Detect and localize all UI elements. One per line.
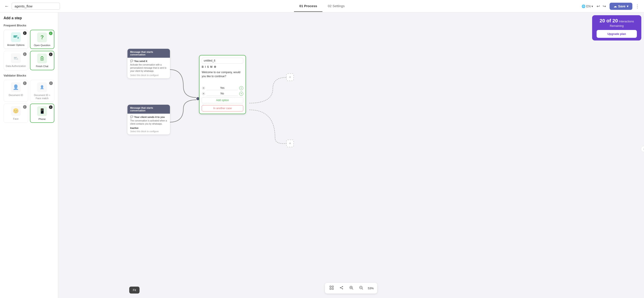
plus-node-bottom-right[interactable]: + (286, 140, 294, 147)
info-icon: i (23, 81, 26, 85)
fit-button[interactable]: Fit (129, 286, 140, 293)
svg-rect-15 (332, 288, 334, 289)
validator-blocks-label: Validator Blocks (4, 74, 54, 77)
open-question-icon: ? (37, 33, 47, 42)
svg-line-19 (341, 287, 342, 287)
face-label: Face (13, 117, 18, 120)
chevron-down-icon: ▾ (592, 5, 593, 8)
svg-point-16 (342, 286, 343, 287)
info-icon: i (49, 53, 52, 56)
phone-label: Phone (38, 117, 46, 121)
svg-point-9 (41, 58, 43, 60)
send-label: 💬 You send it (130, 60, 167, 62)
oq-content-text: Welcome to our company, would you like t… (202, 70, 243, 84)
svg-line-20 (341, 288, 342, 288)
cloud-icon: ☁ (614, 5, 617, 8)
block-open-question[interactable]: i ? Open Question (30, 30, 54, 49)
more-options-button[interactable]: ⋮ (635, 4, 640, 9)
frequent-blocks-label: Frequent Blocks (4, 24, 54, 27)
start-message-top-node[interactable]: Message that starts conversation 💬 You s… (128, 49, 170, 78)
block-document-id-face[interactable]: i 👤 Document ID + Face match (30, 80, 54, 102)
save-button[interactable]: ☁ Save ▾ (610, 3, 632, 10)
add-option-button[interactable]: Add option (202, 97, 243, 103)
plus-node-top-right[interactable]: + (286, 73, 294, 81)
share-button[interactable] (336, 284, 346, 293)
remove-no-button[interactable]: ✕ (202, 92, 205, 96)
oq-name-input[interactable] (202, 58, 243, 64)
no-option-label: No (206, 92, 238, 96)
info-icon: i (49, 32, 52, 35)
flow-title-input[interactable] (12, 3, 60, 10)
upgrade-plan-button[interactable]: Upgrade plan (596, 30, 637, 38)
zoom-out-button[interactable] (356, 284, 366, 293)
interactions-count-text: 20 of 20 InteractionsRemaining (596, 18, 637, 28)
description: Activate the conversation with a persona… (130, 63, 167, 73)
block-finish-chat[interactable]: i Finish Chat (30, 51, 54, 70)
yes-option-label: Yes (206, 86, 238, 90)
node-body: 💬 You send it Activate the conversation … (128, 58, 170, 78)
block-phone[interactable]: i 📱 Phone (30, 104, 54, 123)
bold-button[interactable]: B (202, 65, 204, 69)
svg-rect-0 (14, 36, 18, 36)
italic-button[interactable]: I (205, 65, 206, 69)
lang-label: EN (586, 5, 590, 8)
config-text: Select this block to configure (130, 130, 167, 133)
info-icon: i (49, 81, 53, 85)
finish-chat-icon (37, 54, 47, 63)
inactive-badge: Inactive (130, 127, 167, 129)
oq-toolbar: B I S M ⚙ (202, 65, 243, 69)
start-message-bottom-node[interactable]: Message that starts conversation 💬 Your … (128, 105, 170, 134)
sidebar-title: Add a step (4, 16, 54, 20)
document-id-label: Document ID (9, 94, 23, 97)
description: The conversation is activated when a cli… (130, 119, 167, 126)
undo-button[interactable]: ↩ (596, 3, 601, 10)
block-document-id[interactable]: i 👤 Document ID (4, 80, 28, 102)
oq-option-no: ✕ No + (202, 92, 243, 96)
redo-button[interactable]: ↪ (602, 3, 607, 10)
back-button[interactable]: ← (4, 4, 9, 9)
open-question-label: Open Question (34, 44, 50, 47)
fit-to-screen-button[interactable] (327, 284, 336, 293)
info-icon: i (23, 105, 26, 109)
mono-button[interactable]: M (210, 65, 212, 69)
interactions-badge: 20 of 20 InteractionsRemaining Upgrade p… (592, 15, 641, 41)
block-data-authorization[interactable]: i Data Authorization (4, 51, 28, 70)
canvas-toolbar: 53% (325, 283, 377, 293)
no-option-add-button[interactable]: + (239, 92, 243, 96)
save-dropdown-icon: ▾ (627, 5, 628, 8)
send-label: 💬 Your client sends it to you (130, 115, 167, 118)
oq-content-area: B I S M ⚙ Welcome to our company, would … (200, 56, 246, 114)
finish-chat-label: Finish Chat (36, 65, 48, 68)
svg-line-26 (362, 288, 363, 289)
flow-canvas: Message that starts conversation 💬 You s… (58, 13, 644, 298)
remove-yes-button[interactable]: ✕ (202, 86, 205, 90)
undo-redo-group: ↩ ↪ (596, 3, 607, 10)
open-question-node[interactable]: B I S M ⚙ Welcome to our company, would … (199, 55, 246, 114)
oq-option-yes: ✕ Yes + (202, 86, 243, 90)
tab-settings[interactable]: 02 Settings (322, 1, 350, 12)
save-label: Save (618, 5, 626, 8)
svg-point-17 (340, 287, 341, 288)
another-case-button[interactable]: In another case (202, 105, 243, 111)
node-header: Message that starts conversation (128, 49, 170, 58)
globe-icon: 🌐 (582, 5, 586, 8)
settings-icon[interactable]: ⚙ (214, 65, 216, 69)
header-tabs: 01 Process 02 Settings (294, 1, 350, 12)
phone-icon: 📱 (37, 106, 47, 116)
zoom-percentage: 53% (366, 286, 376, 290)
answer-options-label: Answer Options (7, 43, 24, 47)
block-answer-options[interactable]: i Answer Options (4, 30, 28, 49)
answer-options-icon (11, 32, 21, 42)
whatsapp-icon: 💬 (130, 60, 133, 62)
language-selector[interactable]: 🌐 EN ▾ (582, 5, 593, 8)
svg-rect-12 (330, 286, 331, 287)
header-right: 🌐 EN ▾ ↩ ↪ ☁ Save ▾ ⋮ (582, 3, 640, 10)
validator-blocks-grid: i 👤 Document ID i 👤 Document ID + Face m… (4, 80, 54, 123)
strikethrough-button[interactable]: S (207, 65, 209, 69)
tab-process[interactable]: 01 Process (294, 1, 322, 12)
svg-rect-13 (332, 286, 334, 287)
yes-option-add-button[interactable]: + (239, 86, 243, 90)
block-face[interactable]: i 😊 Face (4, 104, 28, 123)
svg-rect-1 (14, 37, 16, 37)
zoom-in-button[interactable] (346, 284, 356, 293)
